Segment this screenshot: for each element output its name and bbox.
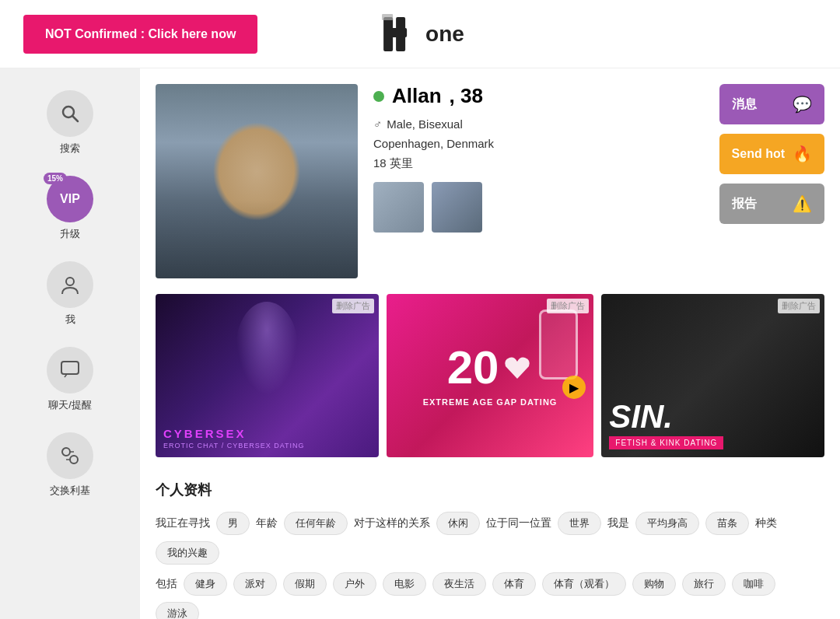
thumbnail-row — [373, 182, 704, 233]
tag-movies[interactable]: 电影 — [383, 572, 426, 596]
personal-info-section: 个人资料 我正在寻找 男 年龄 任何年龄 对于这样的关系 休闲 位于同一位置 世… — [156, 473, 824, 619]
thumb-image-2 — [432, 182, 482, 233]
message-label: 消息 — [732, 96, 757, 113]
tag-party[interactable]: 派对 — [233, 572, 277, 596]
tag-outdoor[interactable]: 户外 — [333, 572, 376, 596]
report-label: 报告 — [732, 196, 757, 212]
profile-photo — [156, 84, 358, 278]
main-layout: 搜索 15% VIP 升级 我 — [0, 68, 840, 619]
distance-text: 18 英里 — [373, 156, 413, 171]
profile-location: Copenhagen, Denmark — [373, 137, 704, 150]
info-row-1: 我正在寻找 男 年龄 任何年龄 对于这样的关系 休闲 位于同一位置 世界 我是 … — [156, 512, 824, 565]
svg-point-6 — [66, 278, 74, 285]
ad-age-gap[interactable]: 删除广告 20 EXTREME AGE GAP DATING ▶ — [387, 294, 594, 457]
message-button[interactable]: 消息 💬 — [719, 84, 824, 124]
profile-info: Allan, 38 ♂ Male, Bisexual Copenhagen, D… — [373, 84, 704, 278]
location-text: Copenhagen, Denmark — [373, 137, 494, 150]
send-hot-label: Send hot — [732, 147, 785, 161]
tag-shopping[interactable]: 购物 — [632, 572, 676, 596]
tag-sports-watch[interactable]: 体育（观看） — [542, 572, 626, 596]
logo-icon — [376, 11, 422, 58]
vip-text: VIP — [60, 192, 80, 206]
header: NOT Confirmed : Click here now one — [0, 0, 840, 68]
heart-icon — [502, 352, 533, 383]
tag-avg-height[interactable]: 平均身高 — [635, 512, 699, 535]
profile-actions: 消息 💬 Send hot 🔥 报告 ⚠️ — [719, 84, 824, 278]
thumb-image-1 — [373, 182, 424, 233]
sidebar-item-chat[interactable]: 聊天/提醒 — [0, 341, 140, 418]
logo-text: one — [425, 22, 464, 47]
sidebar-item-exchange[interactable]: 交换利基 — [0, 426, 140, 504]
tag-fitness[interactable]: 健身 — [184, 572, 227, 596]
sidebar-label-chat: 聊天/提醒 — [48, 398, 92, 412]
tag-male[interactable]: 男 — [216, 512, 250, 535]
tag-age-label: 年龄 — [256, 516, 278, 530]
content-area: Allan, 38 ♂ Male, Bisexual Copenhagen, D… — [140, 68, 840, 619]
sidebar-label-exchange: 交换利基 — [50, 484, 90, 498]
tag-slim[interactable]: 苗条 — [705, 512, 749, 535]
sidebar: 搜索 15% VIP 升级 我 — [0, 68, 140, 619]
svg-point-9 — [70, 456, 78, 463]
tag-relation-label: 对于这样的关系 — [354, 516, 430, 530]
svg-rect-7 — [61, 362, 79, 374]
profile-distance: 18 英里 — [373, 156, 704, 171]
search-icon — [59, 103, 81, 124]
tag-casual[interactable]: 休闲 — [436, 512, 480, 535]
age-text: , 38 — [450, 84, 483, 108]
logo: one — [376, 11, 464, 58]
report-button[interactable]: 报告 ⚠️ — [719, 184, 824, 224]
sidebar-label-me: 我 — [65, 313, 75, 327]
tag-nightlife[interactable]: 夜生活 — [432, 572, 486, 596]
fire-icon: 🔥 — [793, 145, 812, 163]
vip-badge: 15% — [44, 173, 67, 184]
ad-cybersex[interactable]: 删除广告 CYBERSEX EROTIC CHAT / CYBERSEX DAT… — [156, 294, 379, 457]
ad-sin[interactable]: 删除广告 SiN. FETISH & KINK DATING — [601, 294, 824, 457]
ad-remove-label-1[interactable]: 删除广告 — [332, 299, 374, 313]
svg-rect-3 — [382, 14, 393, 20]
search-icon-circle — [47, 90, 93, 137]
cybersex-title: CYBERSEX EROTIC CHAT / CYBERSEX DATING — [163, 427, 371, 449]
warning-icon: ⚠️ — [793, 194, 812, 213]
sidebar-item-search[interactable]: 搜索 — [0, 84, 140, 162]
tag-holiday[interactable]: 假期 — [283, 572, 327, 596]
section-title: 个人资料 — [156, 481, 824, 499]
row1-prefix: 我正在寻找 — [156, 516, 210, 530]
info-row-2: 包括 健身 派对 假期 户外 电影 夜生活 体育 体育（观看） 购物 旅行 咖啡… — [156, 572, 824, 619]
sidebar-item-vip[interactable]: 15% VIP 升级 — [0, 170, 140, 247]
me-icon-circle — [47, 261, 93, 308]
tag-any-age[interactable]: 任何年龄 — [284, 512, 348, 535]
chat-icon — [59, 359, 81, 381]
row2-prefix: 包括 — [156, 577, 177, 591]
thumbnail-2[interactable] — [432, 182, 482, 233]
sin-title-area: SiN. FETISH & KINK DATING — [609, 400, 817, 449]
user-icon — [59, 274, 81, 296]
vip-icon-circle: 15% VIP — [47, 176, 93, 222]
tag-sports[interactable]: 体育 — [492, 572, 536, 596]
svg-point-8 — [62, 448, 70, 456]
tag-swimming[interactable]: 游泳 — [156, 602, 199, 619]
tag-interests[interactable]: 我的兴趣 — [156, 541, 219, 565]
online-status-dot — [373, 91, 384, 102]
tag-type-label: 种类 — [755, 516, 777, 530]
tag-location-label: 位于同一位置 — [486, 516, 551, 530]
dating-subtitle: EXTREME AGE GAP DATING — [423, 397, 558, 407]
ad-remove-label-3[interactable]: 删除广告 — [778, 299, 820, 313]
tag-iam-label: 我是 — [607, 516, 629, 530]
sidebar-item-me[interactable]: 我 — [0, 255, 140, 333]
tag-coffee[interactable]: 咖啡 — [732, 572, 775, 596]
chat-icon-circle — [47, 347, 93, 393]
svg-rect-2 — [390, 28, 407, 37]
gender-icon: ♂ — [373, 117, 382, 131]
sidebar-label-vip: 升级 — [60, 227, 80, 241]
ads-section: 删除广告 CYBERSEX EROTIC CHAT / CYBERSEX DAT… — [156, 294, 824, 457]
confirm-button[interactable]: NOT Confirmed : Click here now — [23, 15, 257, 54]
send-hot-button[interactable]: Send hot 🔥 — [719, 134, 824, 174]
tag-world[interactable]: 世界 — [558, 512, 601, 535]
exchange-icon — [59, 445, 81, 467]
gender-text: Male, Bisexual — [387, 117, 463, 131]
tag-travel[interactable]: 旅行 — [682, 572, 726, 596]
message-icon: 💬 — [793, 95, 812, 114]
profile-gender: ♂ Male, Bisexual — [373, 117, 704, 131]
profile-section: Allan, 38 ♂ Male, Bisexual Copenhagen, D… — [156, 84, 824, 278]
thumbnail-1[interactable] — [373, 182, 424, 233]
